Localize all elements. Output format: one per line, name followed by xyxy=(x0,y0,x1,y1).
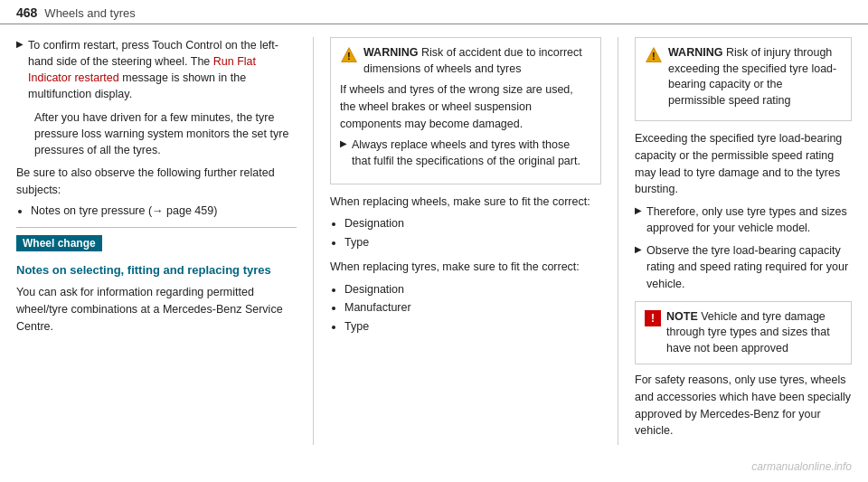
watermark: carmanualonline.info xyxy=(751,460,852,473)
tyres-item-manufacturer: Manufacturer xyxy=(344,299,601,317)
warning-body-1: If wheels and tyres of the wrong size ar… xyxy=(340,81,591,132)
be-sure-text: Be sure to also observe the following fu… xyxy=(16,165,297,199)
page: 468 Wheels and tyres ▶ To confirm restar… xyxy=(0,0,868,482)
warning-2-body: Exceeding the specified tyre load-bearin… xyxy=(635,130,852,198)
warning-title-2: WARNING Risk of injury through exceeding… xyxy=(668,45,842,109)
note-header: ! NOTE Vehicle and tyre damage through t… xyxy=(645,309,842,357)
replace-list: Designation Type xyxy=(344,215,601,251)
replace-item-designation: Designation xyxy=(344,215,601,232)
page-number: 468 xyxy=(16,5,37,20)
replace-item-type: Type xyxy=(344,234,601,251)
mid-column: ! WARNING Risk of accident due to incorr… xyxy=(330,37,601,340)
warning-2-arrow-icon-2: ▶ xyxy=(635,244,642,254)
warning-2-arrow-text-2: Observe the tyre load-bearing capacity r… xyxy=(646,242,852,291)
warning-2-arrow-2: ▶ Observe the tyre load-bearing capacity… xyxy=(635,242,852,291)
note-box: ! NOTE Vehicle and tyre damage through t… xyxy=(635,301,852,365)
page-header: 468 Wheels and tyres xyxy=(0,0,868,24)
warning-2-arrow-icon-1: ▶ xyxy=(635,205,642,215)
warning-triangle-icon-2: ! xyxy=(645,46,663,64)
svg-text:!: ! xyxy=(652,52,655,61)
warning-triangle-icon-1: ! xyxy=(340,46,358,64)
be-sure-list: Notes on tyre pressure (→ page 459) xyxy=(31,203,297,220)
sub-heading: Notes on selecting, fitting and replacin… xyxy=(16,262,297,279)
svg-text:!: ! xyxy=(347,52,350,61)
separator xyxy=(16,227,297,228)
warning-header-2: ! WARNING Risk of injury through exceedi… xyxy=(645,45,842,109)
note-body: For safety reasons, only use tyres, whee… xyxy=(635,372,852,439)
note-title: NOTE Vehicle and tyre damage through tyr… xyxy=(666,309,842,357)
arrow-text-1: To confirm restart, press Touch Control … xyxy=(28,37,297,103)
run-flat-link[interactable]: Run Flat Indicator restarted xyxy=(28,55,256,84)
warning-box-2: ! WARNING Risk of injury through exceedi… xyxy=(635,37,852,121)
replace-heading: When replacing wheels, make sure to fit … xyxy=(330,194,601,211)
section-label: Wheel change xyxy=(16,235,102,251)
warning-box-1: ! WARNING Risk of accident due to incorr… xyxy=(330,37,601,184)
warning-arrow-1: ▶ Always replace wheels and tyres with t… xyxy=(340,137,591,169)
right-column: ! WARNING Risk of injury through exceedi… xyxy=(635,37,852,445)
tyres-heading: When replacing tyres, make sure to fit t… xyxy=(330,259,601,276)
warning-2-arrow-1: ▶ Therefore, only use tyre types and siz… xyxy=(635,203,852,236)
warning-arrow-icon-1: ▶ xyxy=(340,138,347,148)
tyres-item-type: Type xyxy=(344,318,601,336)
left-column: ▶ To confirm restart, press Touch Contro… xyxy=(16,37,297,341)
tyres-item-designation: Designation xyxy=(344,281,601,298)
warning-arrow-text-1: Always replace wheels and tyres with tho… xyxy=(352,137,591,169)
page-title: Wheels and tyres xyxy=(44,6,135,20)
warning-header-1: ! WARNING Risk of accident due to incorr… xyxy=(340,45,591,77)
tyres-list: Designation Manufacturer Type xyxy=(344,281,601,336)
arrow-item-1: ▶ To confirm restart, press Touch Contro… xyxy=(16,37,297,103)
be-sure-item-1: Notes on tyre pressure (→ page 459) xyxy=(31,203,297,220)
warning-title-1: WARNING Risk of accident due to incorrec… xyxy=(363,45,591,77)
warning-2-arrow-text-1: Therefore, only use tyre types and sizes… xyxy=(646,203,852,236)
note-para: You can ask for information regarding pe… xyxy=(16,284,297,335)
arrow-text-2: After you have driven for a few minutes,… xyxy=(34,111,288,156)
note-icon: ! xyxy=(645,310,661,326)
arrow-icon-1: ▶ xyxy=(16,39,24,49)
main-content: ▶ To confirm restart, press Touch Contro… xyxy=(0,24,868,458)
col-divider-2 xyxy=(618,37,618,445)
col-divider-1 xyxy=(313,37,314,445)
